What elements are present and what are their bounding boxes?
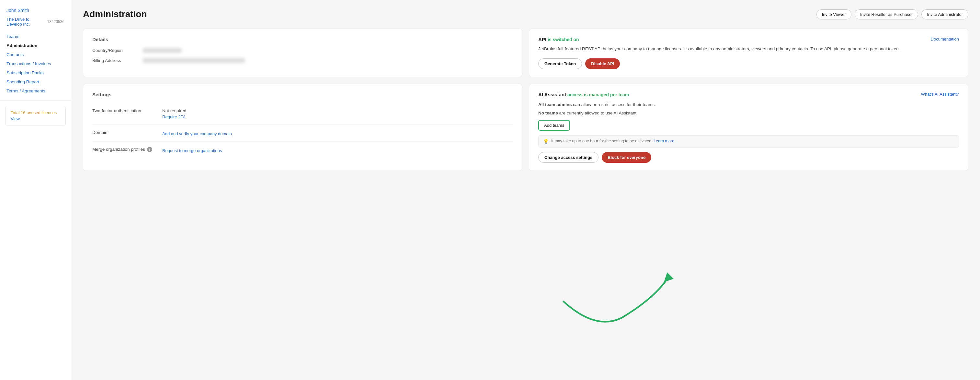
- 2fa-not-required: Not required: [162, 108, 186, 113]
- ai-title: AI Assistant: [538, 92, 567, 97]
- api-card-header: API is switched on Documentation: [538, 37, 959, 42]
- ai-title-row: AI Assistant access is managed per team: [538, 92, 629, 97]
- sidebar-item-contacts[interactable]: Contacts: [0, 50, 71, 59]
- header-buttons: Invite Viewer Invite Reseller as Purchas…: [816, 10, 968, 19]
- bulb-icon: 💡: [543, 139, 549, 144]
- setting-value-domain: Add and verify your company domain: [162, 130, 232, 136]
- change-access-button[interactable]: Change access settings: [538, 152, 598, 163]
- setting-label-domain: Domain: [92, 130, 157, 135]
- sidebar-org-id: 18420536: [47, 19, 64, 24]
- details-card: Details Country/Region blurred data Bill…: [83, 29, 522, 77]
- setting-row-merge: Merge organization profiles i Request to…: [92, 142, 513, 158]
- detail-label-billing: Billing Address: [92, 58, 138, 63]
- sidebar-item-teams[interactable]: Teams: [0, 32, 71, 41]
- invite-viewer-button[interactable]: Invite Viewer: [816, 10, 851, 19]
- detail-value-country: blurred data: [143, 48, 182, 53]
- add-teams-button[interactable]: Add teams: [538, 120, 570, 131]
- merge-info-icon[interactable]: i: [147, 147, 152, 152]
- add-domain-link[interactable]: Add and verify your company domain: [162, 131, 232, 136]
- details-card-title: Details: [92, 37, 513, 42]
- api-description: JetBrains full-featured REST API helps y…: [538, 45, 959, 53]
- generate-token-button[interactable]: Generate Token: [538, 58, 582, 69]
- sidebar-item-transactions[interactable]: Transactions / Invoices: [0, 59, 71, 68]
- sidebar-item-spending-report[interactable]: Spending Report: [0, 77, 71, 86]
- settings-card-title: Settings: [92, 92, 513, 97]
- ai-note-text: It may take up to one hour for the setti…: [551, 139, 674, 143]
- sidebar-license-view[interactable]: View: [11, 117, 60, 121]
- ai-learn-more-link[interactable]: Learn more: [654, 139, 674, 143]
- detail-label-country: Country/Region: [92, 48, 138, 53]
- invite-admin-button[interactable]: Invite Administrator: [921, 10, 968, 19]
- ai-doc-link[interactable]: What's AI Assistant?: [921, 92, 959, 97]
- api-doc-link[interactable]: Documentation: [931, 37, 959, 42]
- sidebar-license-total: Total 16 unused licenses: [11, 110, 60, 115]
- cards-grid: Details Country/Region blurred data Bill…: [83, 29, 968, 171]
- api-status: is switched on: [548, 37, 579, 42]
- merge-org-link[interactable]: Request to merge organizations: [162, 148, 222, 153]
- page-title: Administration: [83, 9, 147, 19]
- sidebar-link-contacts[interactable]: Contacts: [6, 52, 24, 57]
- ai-note: 💡 It may take up to one hour for the set…: [538, 135, 959, 147]
- api-buttons: Generate Token Disable API: [538, 58, 959, 69]
- settings-card: Settings Two-factor authentication Not r…: [83, 84, 522, 171]
- ai-action-buttons: Change access settings Block for everyon…: [538, 152, 959, 163]
- detail-row-billing: Billing Address blurred address data blu…: [92, 58, 513, 63]
- ai-no-teams: No teams are currently allowed to use AI…: [538, 110, 959, 115]
- disable-api-button[interactable]: Disable API: [585, 58, 620, 69]
- sidebar-link-terms[interactable]: Terms / Agreements: [6, 88, 45, 93]
- ai-assistant-card: AI Assistant access is managed per team …: [529, 84, 968, 171]
- api-title-row: API is switched on: [538, 37, 579, 42]
- sidebar-divider: [0, 101, 71, 101]
- sidebar-org: The Drive to Develop Inc. 18420536: [0, 17, 71, 32]
- sidebar-nav: Teams Administration Contacts Transactio…: [0, 32, 71, 95]
- sidebar-link-teams[interactable]: Teams: [6, 34, 19, 39]
- setting-label-merge: Merge organization profiles i: [92, 147, 157, 152]
- setting-value-2fa: Not required Require 2FA: [162, 108, 186, 119]
- ai-card-header: AI Assistant access is managed per team …: [538, 92, 959, 97]
- sidebar: John Smith The Drive to Develop Inc. 184…: [0, 0, 71, 380]
- api-title: API: [538, 37, 548, 42]
- sidebar-link-administration[interactable]: Administration: [6, 43, 37, 48]
- invite-reseller-button[interactable]: Invite Reseller as Purchaser: [855, 10, 918, 19]
- ai-desc-line1: All team admins can allow or restrict ac…: [538, 101, 959, 108]
- sidebar-item-subscription-packs[interactable]: Subscription Packs: [0, 68, 71, 77]
- setting-row-2fa: Two-factor authentication Not required R…: [92, 103, 513, 125]
- sidebar-user[interactable]: John Smith: [0, 8, 71, 17]
- sidebar-link-spending-report[interactable]: Spending Report: [6, 80, 39, 84]
- sidebar-item-administration[interactable]: Administration: [0, 41, 71, 50]
- sidebar-item-terms[interactable]: Terms / Agreements: [0, 86, 71, 95]
- ai-status: access is managed per team: [567, 92, 629, 97]
- sidebar-link-subscription-packs[interactable]: Subscription Packs: [6, 70, 44, 75]
- main-content: Administration Invite Viewer Invite Rese…: [71, 0, 980, 380]
- setting-row-domain: Domain Add and verify your company domai…: [92, 125, 513, 142]
- app-layout: John Smith The Drive to Develop Inc. 184…: [0, 0, 980, 380]
- setting-label-2fa: Two-factor authentication: [92, 108, 157, 113]
- detail-value-billing: blurred address data blurred address dat…: [143, 58, 245, 63]
- sidebar-org-name[interactable]: The Drive to Develop Inc.: [6, 17, 45, 27]
- setting-value-merge: Request to merge organizations: [162, 147, 222, 153]
- sidebar-license-box: Total 16 unused licenses View: [5, 106, 66, 126]
- detail-row-country: Country/Region blurred data: [92, 48, 513, 53]
- block-everyone-button[interactable]: Block for everyone: [602, 152, 651, 163]
- sidebar-link-transactions[interactable]: Transactions / Invoices: [6, 61, 51, 66]
- api-card: API is switched on Documentation JetBrai…: [529, 29, 968, 77]
- require-2fa-link[interactable]: Require 2FA: [162, 115, 186, 119]
- page-header: Administration Invite Viewer Invite Rese…: [83, 9, 968, 19]
